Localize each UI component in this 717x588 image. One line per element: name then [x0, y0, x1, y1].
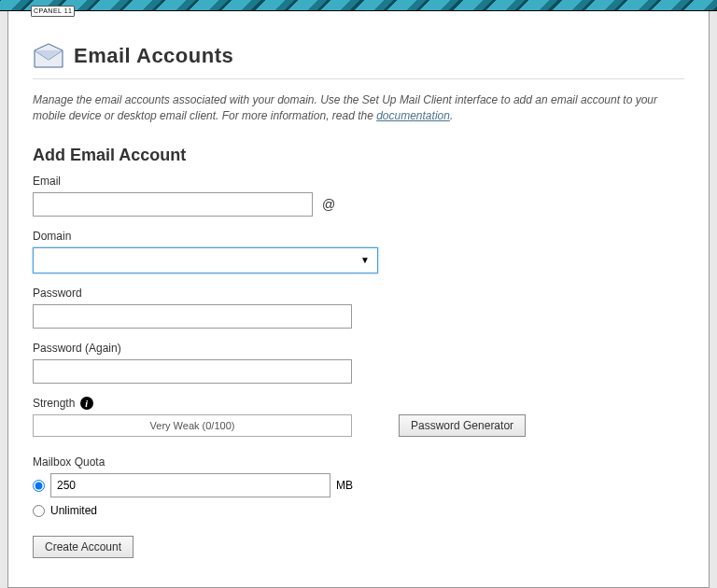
at-symbol: @ [322, 197, 335, 212]
email-field-row: Email @ [33, 175, 684, 217]
quota-size-row: MB [33, 473, 684, 497]
password-field-row: Password [33, 287, 684, 329]
divider [33, 78, 684, 79]
strength-label: Strength i [33, 397, 684, 411]
quota-unlimited-radio[interactable] [33, 505, 45, 517]
page-title: Email Accounts [74, 44, 233, 68]
content-frame: CPANEL 11 Email Accounts Manage the emai… [7, 11, 710, 588]
domain-label: Domain [33, 230, 684, 243]
quota-label: Mailbox Quota [33, 455, 684, 469]
quota-size-input[interactable] [50, 473, 330, 497]
strength-meter: Very Weak (0/100) [33, 414, 352, 437]
quota-unlimited-row: Unlimited [33, 504, 684, 517]
intro-text-before: Manage the email accounts associated wit… [33, 93, 657, 122]
password-again-label: Password (Again) [33, 342, 684, 355]
email-label: Email [33, 175, 684, 188]
domain-select[interactable]: ▼ [33, 247, 378, 273]
chevron-down-icon: ▼ [360, 255, 370, 265]
password-again-field-row: Password (Again) [33, 342, 684, 384]
cpanel-badge: CPANEL 11 [31, 6, 75, 17]
email-input[interactable] [33, 192, 313, 217]
documentation-link[interactable]: documentation [376, 109, 450, 122]
info-icon[interactable]: i [80, 397, 93, 410]
quota-unit: MB [336, 479, 353, 492]
intro-text: Manage the email accounts associated wit… [33, 92, 684, 125]
envelope-icon [33, 43, 64, 69]
create-account-button[interactable]: Create Account [33, 536, 134, 558]
password-label: Password [33, 287, 684, 300]
intro-text-after: . [450, 109, 453, 122]
password-generator-button[interactable]: Password Generator [399, 414, 526, 437]
section-title: Add Email Account [33, 146, 684, 165]
quota-field-row: Mailbox Quota MB Unlimited [33, 455, 684, 517]
header-pattern [0, 0, 717, 11]
strength-field-row: Strength i Very Weak (0/100) Password Ge… [33, 397, 684, 438]
password-input[interactable] [33, 304, 352, 329]
page-title-row: Email Accounts [33, 43, 684, 69]
password-again-input[interactable] [33, 359, 352, 384]
quota-unlimited-label: Unlimited [50, 504, 97, 517]
quota-size-radio[interactable] [33, 480, 45, 492]
domain-field-row: Domain ▼ [33, 230, 684, 273]
strength-label-text: Strength [33, 397, 75, 410]
